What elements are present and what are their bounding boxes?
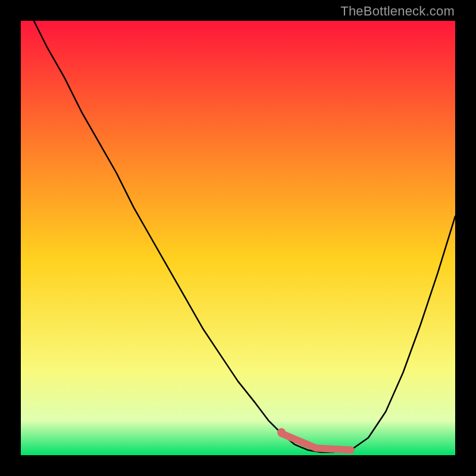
chart-frame: TheBottleneck.com (0, 0, 476, 476)
plot-area (21, 21, 455, 455)
plot-svg (21, 21, 455, 455)
watermark-text: TheBottleneck.com (340, 4, 455, 19)
gradient-background (21, 21, 455, 455)
optimal-start-dot (277, 428, 286, 437)
